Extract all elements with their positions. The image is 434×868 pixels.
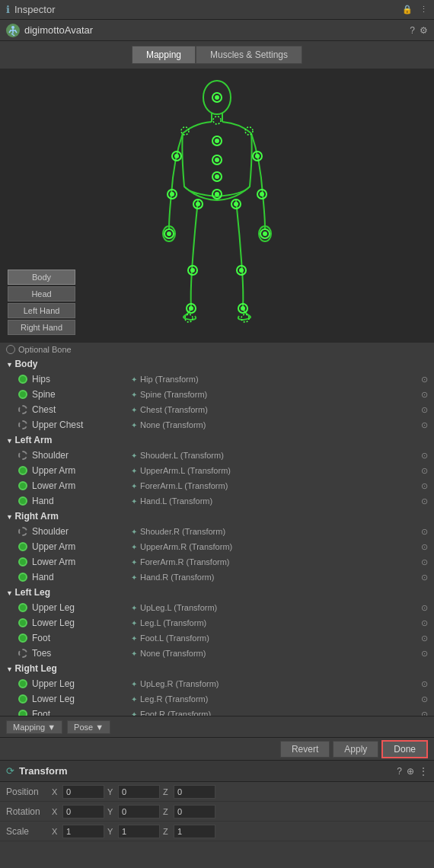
transform-question-icon[interactable]: ?	[397, 766, 402, 777]
field-value-input[interactable]	[118, 825, 160, 838]
bone-indicator-icon	[18, 679, 27, 688]
transform-row-scale: ScaleXYZ	[0, 822, 434, 841]
svg-point-25	[255, 154, 260, 158]
bone-row[interactable]: Lower Arm✦ForerArm.L (Transform)⊙	[0, 478, 434, 493]
bone-row[interactable]: Lower Leg✦Leg.R (Transform)⊙	[0, 691, 434, 707]
bone-row[interactable]: Upper Leg✦UpLeg.L (Transform)⊙	[0, 600, 434, 615]
transform-header-icons: ? ⊕ ⋮	[397, 766, 428, 777]
field-value-input[interactable]	[62, 805, 104, 819]
bone-row[interactable]: Upper Chest✦None (Transform)⊙	[0, 417, 434, 432]
bone-transform-value: ✦Foot.L (Transform)	[131, 633, 421, 643]
section-header-left-arm[interactable]: Left Arm	[0, 432, 434, 448]
bone-transform-value: ✦Leg.R (Transform)	[131, 694, 421, 704]
svg-line-5	[15, 30, 17, 33]
question-icon[interactable]: ?	[410, 25, 415, 36]
tab-mapping[interactable]: Mapping	[132, 46, 196, 64]
field-value-input[interactable]	[118, 785, 160, 799]
settings-icon[interactable]: ⚙	[420, 25, 428, 36]
bone-settings-icon[interactable]: ⊙	[421, 603, 428, 613]
field-axis-label: Y	[107, 807, 116, 816]
bone-settings-icon[interactable]: ⊙	[421, 405, 428, 415]
section-header-left-leg[interactable]: Left Leg	[0, 585, 434, 600]
pose-dropdown-button[interactable]: Pose ▼	[67, 720, 110, 734]
bone-row[interactable]: Upper Arm✦UpperArm.L (Transform)⊙	[0, 463, 434, 478]
bone-settings-icon[interactable]: ⊙	[421, 679, 428, 689]
apply-button[interactable]: Apply	[333, 741, 378, 758]
bone-settings-icon[interactable]: ⊙	[421, 451, 428, 461]
bone-indicator-icon	[18, 618, 27, 627]
bone-row[interactable]: Foot✦Foot.L (Transform)⊙	[0, 630, 434, 646]
field-value-input[interactable]	[62, 785, 104, 799]
bone-settings-icon[interactable]: ⊙	[421, 633, 428, 643]
bone-name: Lower Leg	[32, 617, 131, 628]
transform-row-position: PositionXYZ	[0, 782, 434, 802]
bone-name: Shoulder	[32, 526, 131, 537]
bone-settings-icon[interactable]: ⊙	[421, 527, 428, 537]
svg-point-0	[11, 26, 14, 29]
bone-name: Lower Leg	[32, 694, 131, 704]
bone-row[interactable]: Shoulder✦Shouder.L (Transform)⊙	[0, 448, 434, 463]
bone-row[interactable]: Toes✦None (Transform)⊙	[0, 646, 434, 661]
bone-row[interactable]: Hand✦Hand.R (Transform)⊙	[0, 570, 434, 585]
transform-field: X	[52, 825, 104, 838]
bone-row[interactable]: Shoulder✦Shouder.R (Transform)⊙	[0, 524, 434, 539]
bone-settings-icon[interactable]: ⊙	[421, 573, 428, 582]
bone-row[interactable]: Lower Arm✦ForerArm.R (Transform)⊙	[0, 554, 434, 570]
bone-settings-icon[interactable]: ⊙	[421, 649, 428, 659]
optional-bone-row: Optional Bone	[0, 343, 434, 356]
bone-settings-icon[interactable]: ⊙	[421, 710, 428, 716]
bone-settings-icon[interactable]: ⊙	[421, 496, 428, 506]
bone-transform-text: ForerArm.L (Transform)	[140, 481, 228, 490]
dots-icon[interactable]: ⋮	[420, 5, 428, 14]
field-value-input[interactable]	[118, 805, 160, 819]
field-value-input[interactable]	[174, 825, 215, 838]
revert-button[interactable]: Revert	[280, 741, 330, 758]
field-value-input[interactable]	[174, 805, 215, 819]
done-button[interactable]: Done	[381, 740, 428, 758]
bone-row[interactable]: Spine✦Spine (Transform)⊙	[0, 387, 434, 402]
field-value-input[interactable]	[174, 785, 215, 799]
section-header-right-leg[interactable]: Right Leg	[0, 661, 434, 676]
bone-settings-icon[interactable]: ⊙	[421, 694, 428, 704]
avatar-svg	[122, 76, 312, 335]
transform-pin-icon[interactable]: ⊕	[407, 766, 414, 777]
bone-indicator-icon	[18, 496, 27, 506]
bone-settings-icon[interactable]: ⊙	[421, 420, 428, 430]
bone-transform-value: ✦UpperArm.L (Transform)	[131, 466, 421, 475]
bone-row[interactable]: Hand✦Hand.L (Transform)⊙	[0, 493, 434, 509]
bone-row[interactable]: Upper Leg✦UpLeg.R (Transform)⊙	[0, 676, 434, 691]
right-hand-button[interactable]: Right Hand	[8, 320, 75, 335]
bone-transform-value: ✦Chest (Transform)	[131, 405, 421, 414]
bone-name: Upper Arm	[32, 541, 131, 552]
bone-settings-icon[interactable]: ⊙	[421, 375, 428, 385]
bone-settings-icon[interactable]: ⊙	[421, 542, 428, 552]
transform-menu-icon[interactable]: ⋮	[419, 766, 428, 777]
bone-row[interactable]: Lower Leg✦Leg.L (Transform)⊙	[0, 615, 434, 630]
field-value-input[interactable]	[62, 825, 104, 838]
bone-transform-text: Leg.L (Transform)	[140, 618, 206, 627]
bone-settings-icon[interactable]: ⊙	[421, 618, 428, 628]
bone-settings-icon[interactable]: ⊙	[421, 557, 428, 567]
section-header-body[interactable]: Body	[0, 356, 434, 372]
bone-row[interactable]: Foot✦Foot.R (Transform)⊙	[0, 707, 434, 716]
bone-row[interactable]: Upper Arm✦UpperArm.R (Transform)⊙	[0, 539, 434, 554]
transform-label: Position	[6, 787, 52, 797]
bone-settings-icon[interactable]: ⊙	[421, 390, 428, 400]
section-header-right-arm[interactable]: Right Arm	[0, 509, 434, 524]
bone-settings-icon[interactable]: ⊙	[421, 466, 428, 476]
tab-muscles[interactable]: Muscles & Settings	[196, 46, 302, 64]
bone-settings-icon[interactable]: ⊙	[421, 481, 428, 491]
body-button[interactable]: Body	[8, 270, 75, 285]
transform-label: Scale	[6, 826, 52, 837]
bone-indicator-icon	[18, 451, 27, 460]
transform-field: Z	[163, 825, 215, 838]
left-hand-button[interactable]: Left Hand	[8, 303, 75, 318]
lock-icon[interactable]: 🔒	[402, 5, 413, 14]
bone-indicator-icon	[18, 557, 27, 566]
field-axis-label: X	[52, 827, 61, 836]
mapping-dropdown-button[interactable]: Mapping ▼	[6, 720, 62, 734]
transform-fields: XYZ	[52, 825, 428, 838]
head-button[interactable]: Head	[8, 286, 75, 302]
bone-row[interactable]: Chest✦Chest (Transform)⊙	[0, 402, 434, 417]
bone-row[interactable]: Hips✦Hip (Transform)⊙	[0, 372, 434, 387]
